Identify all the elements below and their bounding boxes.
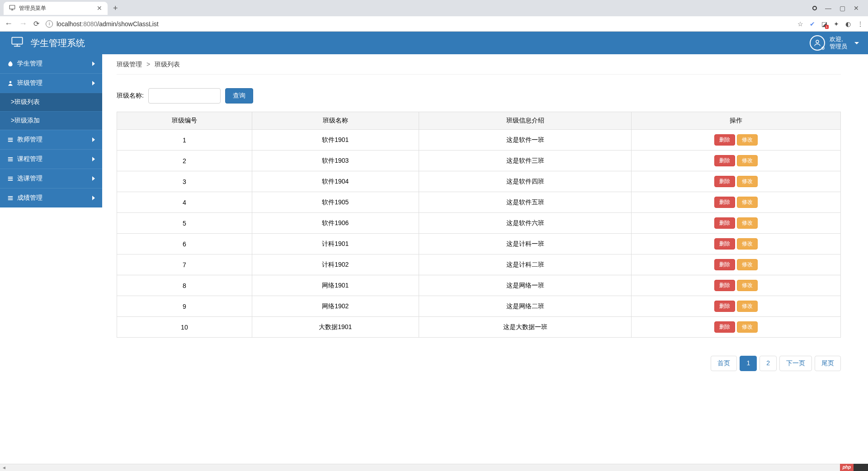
sidebar-item[interactable]: 学生管理 [0,54,102,73]
chevron-right-icon [92,61,95,66]
cell-name: 软件1905 [252,192,419,213]
profile-icon[interactable]: ◐ [845,20,851,28]
minimize-button[interactable]: — [825,5,831,12]
cell-actions: 删除修改 [632,213,841,234]
sidebar-item[interactable]: 课程管理 [0,149,102,169]
edit-button[interactable]: 修改 [737,321,758,333]
sidebar-item-label: 课程管理 [17,155,42,163]
bird-icon[interactable]: ✔ [810,20,815,28]
search-row: 班级名称: 查询 [117,88,841,104]
table-row: 6计科1901这是计科一班删除修改 [117,234,841,254]
cell-id: 9 [117,296,252,317]
edit-button[interactable]: 修改 [737,217,758,229]
extensions-puzzle-icon[interactable]: ✦ [834,20,839,28]
breadcrumb-current: 班级列表 [155,61,180,68]
svg-rect-14 [8,177,13,178]
delete-button[interactable]: 删除 [714,134,735,146]
cell-actions: 删除修改 [632,296,841,317]
delete-button[interactable]: 删除 [714,321,735,333]
url-path: /admin/showClassList [97,20,158,28]
tab-close-icon[interactable]: ✕ [97,5,102,12]
cell-desc: 这是软件五班 [419,192,632,213]
breadcrumb-parent[interactable]: 班级管理 [117,61,142,68]
sidebar-item[interactable]: 选课管理 [0,169,102,188]
sidebar-item[interactable]: 班级管理 [0,73,102,93]
cell-desc: 这是计科一班 [419,234,632,254]
extension-icon[interactable]: ◪1 [821,20,827,28]
svg-rect-9 [8,139,13,140]
page-next[interactable]: 下一页 [779,356,812,371]
sidebar-item[interactable]: 成绩管理 [0,188,102,207]
cell-id: 3 [117,171,252,192]
page-last[interactable]: 尾页 [815,356,841,371]
page-first[interactable]: 首页 [711,356,737,371]
table-row: 10大数据1901这是大数据一班删除修改 [117,317,841,338]
cell-desc: 这是软件四班 [419,171,632,192]
site-info-icon[interactable]: i [46,20,53,28]
edit-button[interactable]: 修改 [737,301,758,312]
cell-actions: 删除修改 [632,317,841,338]
svg-rect-8 [8,138,13,139]
browser-tab[interactable]: 管理员菜单 ✕ [4,2,108,15]
cell-name: 软件1903 [252,151,419,171]
delete-button[interactable]: 删除 [714,280,735,291]
svg-rect-11 [8,157,13,158]
gear-icon: ⚙ [821,46,825,51]
svg-rect-0 [9,5,15,9]
reload-button[interactable]: ⟳ [33,19,39,28]
delete-button[interactable]: 删除 [714,217,735,229]
cell-desc: 这是网络一班 [419,275,632,296]
delete-button[interactable]: 删除 [714,301,735,312]
url-input[interactable]: i localhost:8080/admin/showClassList [46,20,791,28]
close-window-button[interactable]: ✕ [854,5,859,12]
delete-button[interactable]: 删除 [714,155,735,166]
tab-monitor-icon [9,5,15,12]
delete-button[interactable]: 删除 [714,197,735,208]
delete-button[interactable]: 删除 [714,259,735,270]
maximize-button[interactable]: ▢ [840,5,845,12]
table-row: 5软件1906这是软件六班删除修改 [117,213,841,234]
sidebar-subitem[interactable]: >班级列表 [0,93,102,111]
window-controls: — ▢ ✕ [812,5,864,12]
nav-arrows: ← → [5,19,27,28]
edit-button[interactable]: 修改 [737,134,758,146]
monitor-icon [9,36,25,51]
page-2[interactable]: 2 [760,356,777,371]
kebab-menu-icon[interactable]: ⋮ [857,20,863,28]
page-1[interactable]: 1 [740,356,757,371]
cell-name: 软件1904 [252,171,419,192]
cell-id: 4 [117,192,252,213]
cell-id: 6 [117,234,252,254]
main-content: 班级管理 > 班级列表 班级名称: 查询 班级编号班级名称班级信息介绍操作 1软… [102,54,868,464]
sidebar: 学生管理班级管理>班级列表>班级添加教师管理课程管理选课管理成绩管理 [0,54,102,464]
edit-button[interactable]: 修改 [737,155,758,166]
cell-actions: 删除修改 [632,192,841,213]
browser-chrome: 管理员菜单 ✕ + — ▢ ✕ ← → ⟳ i localhost:8080/a… [0,0,868,32]
cell-desc: 这是计科二班 [419,254,632,275]
svg-rect-3 [12,37,22,44]
delete-button[interactable]: 删除 [714,238,735,250]
cell-name: 计科1901 [252,234,419,254]
edit-button[interactable]: 修改 [737,259,758,270]
list-icon [7,156,14,162]
url-host: localhost [57,20,81,28]
edit-button[interactable]: 修改 [737,176,758,187]
back-button[interactable]: ← [5,19,13,28]
list-icon [7,195,14,201]
search-label: 班级名称: [117,92,144,100]
new-tab-button[interactable]: + [113,4,118,13]
query-button[interactable]: 查询 [225,88,253,104]
sidebar-item[interactable]: 教师管理 [0,130,102,149]
class-name-input[interactable] [148,88,221,104]
edit-button[interactable]: 修改 [737,238,758,250]
sidebar-subitem[interactable]: >班级添加 [0,111,102,130]
forward-button[interactable]: → [19,19,27,28]
delete-button[interactable]: 删除 [714,176,735,187]
edit-button[interactable]: 修改 [737,197,758,208]
chevron-right-icon [92,137,95,142]
star-icon[interactable]: ☆ [797,20,803,28]
edit-button[interactable]: 修改 [737,280,758,291]
account-icon[interactable] [812,6,817,10]
user-menu[interactable]: ⚙ 欢迎, 管理员 [810,35,859,51]
url-port: :8080 [81,20,97,28]
